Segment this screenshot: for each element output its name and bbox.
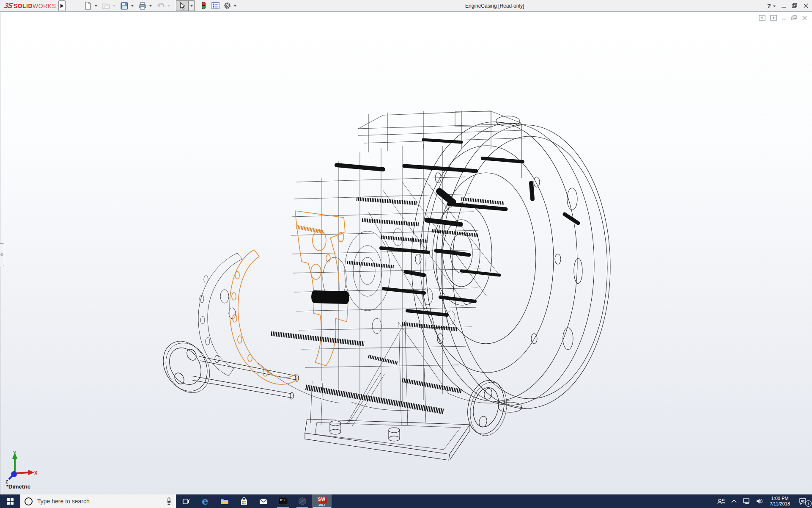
sw-cube-icon: SW xyxy=(317,497,327,503)
cursor-arrow-icon xyxy=(179,2,186,10)
taskbar-app-mail[interactable] xyxy=(254,494,273,508)
notification-badge: 3 xyxy=(805,500,812,507)
taskbar-empty-space xyxy=(332,494,714,508)
document-title: EngineCasing [Read-only] xyxy=(465,3,524,9)
system-tray: 1:00 PM 7/11/2018 3 xyxy=(714,494,812,508)
clock[interactable]: 1:00 PM 7/11/2018 xyxy=(766,494,793,508)
taskbar-app-store[interactable] xyxy=(234,494,254,508)
orientation-triad: Y X Z xyxy=(3,449,37,484)
save-dropdown[interactable] xyxy=(131,5,134,8)
restore-window-button[interactable] xyxy=(792,3,798,8)
menu-expand-button[interactable] xyxy=(58,0,66,11)
microphone-icon[interactable] xyxy=(166,497,172,505)
help-dropdown[interactable] xyxy=(773,6,776,8)
select-tool-dropdown[interactable] xyxy=(189,0,195,11)
solidworks-window: 3S SOLID WORKS xyxy=(0,0,812,508)
minimize-window-button[interactable] xyxy=(781,3,786,8)
traffic-light-icon xyxy=(201,1,206,10)
undo-icon xyxy=(156,2,165,9)
new-document-button[interactable] xyxy=(82,0,93,11)
mail-icon xyxy=(259,498,268,505)
task-view-icon xyxy=(182,498,189,505)
clock-date: 7/11/2018 xyxy=(770,501,790,507)
chevron-up-icon xyxy=(731,500,737,503)
feature-manager-collapsed-tab[interactable] xyxy=(0,243,4,266)
solidworks-logo: 3S SOLID WORKS xyxy=(0,2,58,10)
file-explorer-icon xyxy=(220,498,229,505)
settings-button[interactable] xyxy=(222,0,233,11)
minimize-document-button[interactable] xyxy=(782,15,787,20)
hidden-icons-button[interactable] xyxy=(728,494,740,508)
properties-list-icon xyxy=(211,2,219,9)
expand-arrow-icon xyxy=(60,4,66,8)
new-document-dropdown[interactable] xyxy=(95,5,97,8)
gear-icon xyxy=(223,2,231,10)
select-tool-button[interactable] xyxy=(176,0,189,11)
taskbar-search[interactable] xyxy=(20,494,176,508)
people-button[interactable] xyxy=(714,494,728,508)
undo-button[interactable] xyxy=(155,0,166,11)
people-icon xyxy=(717,498,725,505)
triad-y-label: Y xyxy=(13,450,16,456)
settings-dropdown[interactable] xyxy=(234,5,236,8)
task-view-button[interactable] xyxy=(176,494,195,508)
network-icon xyxy=(743,498,750,504)
quick-access-toolbar xyxy=(82,0,239,11)
title-bar: 3S SOLID WORKS xyxy=(0,0,812,12)
taskbar-app-file-explorer[interactable] xyxy=(215,494,234,508)
help-button[interactable]: ? xyxy=(767,2,771,9)
print-button[interactable] xyxy=(137,0,148,11)
search-input[interactable] xyxy=(36,497,162,505)
next-window-button[interactable] xyxy=(770,15,777,21)
document-window-controls xyxy=(759,15,807,21)
solidworks-app-icon: SW 2017 xyxy=(317,497,327,506)
store-icon xyxy=(240,497,248,505)
select-tool-caret-icon xyxy=(190,5,193,8)
command-prompt-icon: C:\ xyxy=(279,498,287,505)
restore-document-button[interactable] xyxy=(791,15,797,21)
open-dropdown[interactable] xyxy=(113,5,115,8)
graphics-area[interactable]: Y X Z *Dimetric xyxy=(0,12,812,494)
taskbar-app-composer[interactable] xyxy=(293,494,312,508)
speaker-icon xyxy=(756,498,763,504)
engine-casing-model[interactable] xyxy=(0,12,812,494)
taskbar-app-command-prompt[interactable]: C:\ xyxy=(273,494,293,508)
brand-text-bold: SOLID xyxy=(14,3,33,9)
open-button[interactable] xyxy=(101,0,112,11)
close-window-button[interactable] xyxy=(803,3,809,8)
clock-time: 1:00 PM xyxy=(771,496,788,501)
sw-year-label: 2017 xyxy=(318,503,325,506)
properties-list-button[interactable] xyxy=(210,0,221,11)
previous-window-button[interactable] xyxy=(759,15,765,21)
windows-logo-icon xyxy=(7,498,14,505)
brand-text-light: WORKS xyxy=(33,3,56,9)
taskbar-app-edge[interactable]: e xyxy=(195,494,215,508)
close-document-button[interactable] xyxy=(802,15,807,21)
action-center-button[interactable]: 3 xyxy=(793,494,812,508)
print-icon xyxy=(138,2,147,10)
performance-monitor-button[interactable] xyxy=(198,0,209,11)
print-dropdown[interactable] xyxy=(149,5,152,8)
view-orientation-label: *Dimetric xyxy=(6,483,30,490)
tab-dot-icon xyxy=(0,253,3,256)
open-icon xyxy=(102,2,110,9)
save-button[interactable] xyxy=(119,0,130,11)
new-document-icon xyxy=(84,2,92,10)
taskbar-app-solidworks-2017[interactable]: SW 2017 xyxy=(312,494,332,508)
hexagon-app-icon xyxy=(298,497,307,505)
undo-dropdown[interactable] xyxy=(167,5,170,8)
taskbar: e C:\ xyxy=(0,494,812,508)
cortana-icon xyxy=(25,497,33,505)
edge-icon: e xyxy=(202,496,208,506)
ds-logo-glyph: 3S xyxy=(3,2,13,10)
network-button[interactable] xyxy=(740,494,753,508)
triad-x-label: X xyxy=(34,470,37,475)
start-button[interactable] xyxy=(0,494,20,508)
volume-button[interactable] xyxy=(753,494,766,508)
save-icon xyxy=(121,2,128,10)
window-controls: ? xyxy=(767,0,809,11)
